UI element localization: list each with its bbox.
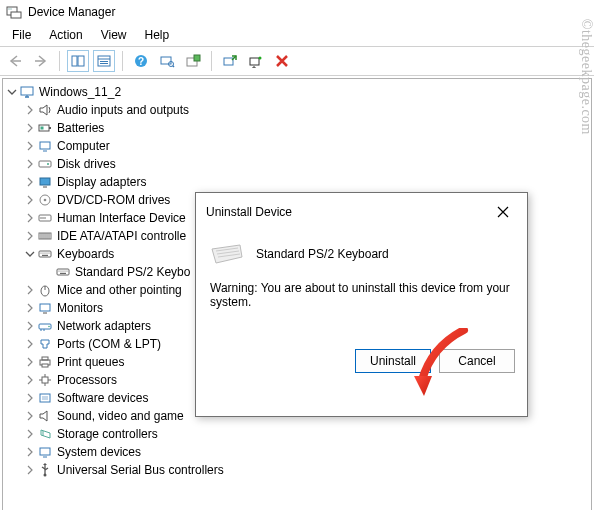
svg-rect-59: [60, 273, 66, 274]
svg-rect-70: [42, 364, 48, 367]
sound-icon: [37, 408, 53, 424]
keyboard-icon: [37, 246, 53, 262]
monitor-icon: [37, 300, 53, 316]
tree-item-label: Mice and other pointing: [55, 283, 182, 297]
tree-item[interactable]: Disk drives: [5, 155, 589, 173]
collapse-icon[interactable]: [23, 175, 37, 189]
uninstall-device-button[interactable]: [245, 50, 267, 72]
svg-point-48: [42, 252, 43, 253]
uninstall-button[interactable]: Uninstall: [355, 349, 431, 373]
display-icon: [37, 174, 53, 190]
collapse-icon[interactable]: [23, 211, 37, 225]
tree-root[interactable]: Windows_11_2: [5, 83, 589, 101]
svg-rect-53: [57, 269, 69, 275]
tree-item[interactable]: Storage controllers: [5, 425, 589, 443]
cancel-button[interactable]: Cancel: [439, 349, 515, 373]
svg-rect-22: [21, 87, 33, 95]
app-title: Device Manager: [28, 5, 115, 19]
menu-file[interactable]: File: [4, 26, 39, 44]
processor-icon: [37, 372, 53, 388]
tree-item-label: IDE ATA/ATAPI controlle: [55, 229, 186, 243]
svg-point-50: [46, 252, 47, 253]
svg-point-58: [66, 270, 67, 271]
mouse-icon: [37, 282, 53, 298]
keyboard-icon: [210, 243, 244, 265]
properties-button[interactable]: [93, 50, 115, 72]
svg-rect-46: [39, 251, 51, 257]
collapse-icon[interactable]: [23, 283, 37, 297]
dialog-title-text: Uninstall Device: [206, 205, 292, 219]
collapse-icon[interactable]: [23, 121, 37, 135]
svg-rect-71: [42, 377, 48, 383]
menu-view[interactable]: View: [93, 26, 135, 44]
collapse-icon[interactable]: [23, 229, 37, 243]
collapse-icon[interactable]: [23, 193, 37, 207]
ide-icon: [37, 228, 53, 244]
menu-action[interactable]: Action: [41, 26, 90, 44]
tree-item[interactable]: Audio inputs and outputs: [5, 101, 589, 119]
collapse-icon[interactable]: [23, 463, 37, 477]
svg-rect-52: [42, 255, 48, 256]
back-button[interactable]: [4, 50, 26, 72]
tree-item-label: Processors: [55, 373, 117, 387]
collapse-icon[interactable]: [23, 157, 37, 171]
tree-item[interactable]: Batteries: [5, 119, 589, 137]
collapse-icon[interactable]: [23, 355, 37, 369]
svg-point-55: [60, 270, 61, 271]
svg-rect-4: [72, 56, 77, 66]
svg-rect-12: [161, 57, 171, 64]
tree-item-label: Audio inputs and outputs: [55, 103, 189, 117]
svg-rect-79: [40, 448, 50, 455]
tree-item-label: Batteries: [55, 121, 104, 135]
close-icon: [497, 206, 509, 218]
tree-root-label: Windows_11_2: [37, 85, 121, 99]
collapse-icon[interactable]: [23, 103, 37, 117]
tree-item-label: Human Interface Device: [55, 211, 186, 225]
svg-rect-62: [40, 304, 50, 311]
svg-rect-18: [250, 58, 259, 65]
tree-item[interactable]: Display adapters: [5, 173, 589, 191]
svg-rect-26: [49, 127, 51, 129]
tree-item-label: Ports (COM & LPT): [55, 337, 161, 351]
tree-item[interactable]: System devices: [5, 443, 589, 461]
collapse-icon[interactable]: [23, 301, 37, 315]
collapse-icon[interactable]: [23, 319, 37, 333]
update-driver-button[interactable]: [219, 50, 241, 72]
disable-device-button[interactable]: [271, 50, 293, 72]
svg-point-65: [48, 326, 50, 328]
dialog-device-name: Standard PS/2 Keyboard: [256, 247, 389, 261]
menu-help[interactable]: Help: [137, 26, 178, 44]
menu-bar: File Action View Help: [0, 24, 594, 46]
collapse-icon[interactable]: [23, 139, 37, 153]
add-driver-button[interactable]: [182, 50, 204, 72]
svg-line-14: [173, 66, 174, 67]
help-button[interactable]: ?: [130, 50, 152, 72]
forward-button[interactable]: [30, 50, 52, 72]
scan-hardware-button[interactable]: [156, 50, 178, 72]
disk-icon: [37, 156, 53, 172]
title-bar: Device Manager: [0, 0, 594, 24]
svg-point-3: [10, 8, 11, 9]
collapse-icon[interactable]: [23, 391, 37, 405]
svg-rect-1: [11, 12, 21, 18]
show-hide-tree-button[interactable]: [67, 50, 89, 72]
collapse-icon[interactable]: [23, 427, 37, 441]
tree-item-label: Universal Serial Bus controllers: [55, 463, 224, 477]
tree-item-label: Storage controllers: [55, 427, 158, 441]
collapse-icon[interactable]: [23, 409, 37, 423]
toolbar: ?: [0, 46, 594, 76]
collapse-icon[interactable]: [23, 445, 37, 459]
tree-item[interactable]: Computer: [5, 137, 589, 155]
tree-item-label: Monitors: [55, 301, 103, 315]
collapse-icon[interactable]: [23, 337, 37, 351]
watermark: ©thegeekpage.com: [578, 19, 594, 135]
svg-rect-30: [39, 161, 51, 167]
dialog-button-row: Uninstall Cancel: [196, 349, 527, 387]
dialog-titlebar: Uninstall Device: [196, 193, 527, 231]
svg-rect-27: [41, 127, 44, 130]
tree-item[interactable]: Universal Serial Bus controllers: [5, 461, 589, 479]
expand-icon[interactable]: [23, 247, 37, 261]
expand-icon[interactable]: [5, 85, 19, 99]
close-button[interactable]: [487, 199, 519, 225]
collapse-icon[interactable]: [23, 373, 37, 387]
